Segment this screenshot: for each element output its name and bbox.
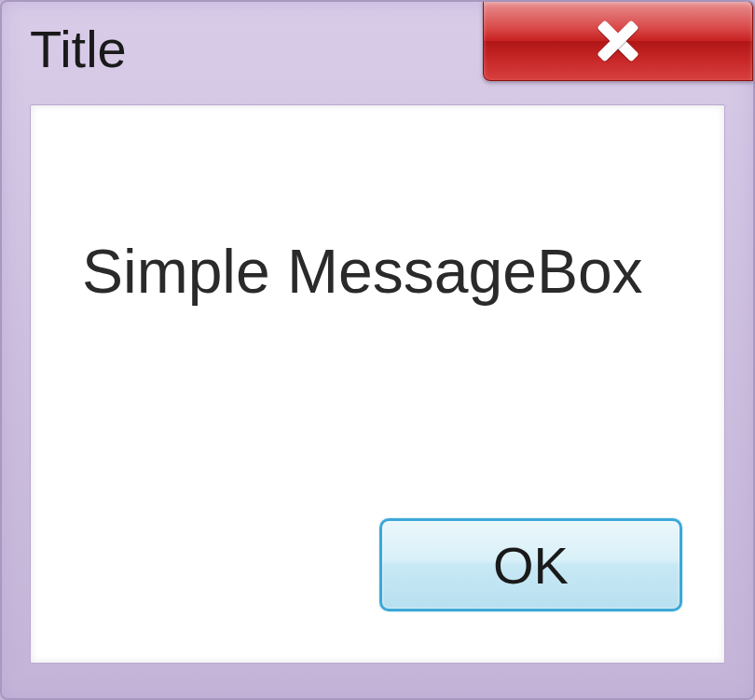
close-button[interactable]: [483, 2, 753, 81]
message-text: Simple MessageBox: [82, 236, 643, 307]
messagebox-window: Title Simple MessageBox OK: [0, 0, 755, 700]
titlebar: Title: [2, 2, 753, 104]
button-area: OK: [31, 518, 724, 663]
content-area: Simple MessageBox OK: [30, 104, 725, 664]
message-area: Simple MessageBox: [31, 105, 724, 518]
close-icon: [596, 22, 640, 60]
ok-button[interactable]: OK: [379, 518, 682, 611]
window-title: Title: [30, 19, 127, 79]
